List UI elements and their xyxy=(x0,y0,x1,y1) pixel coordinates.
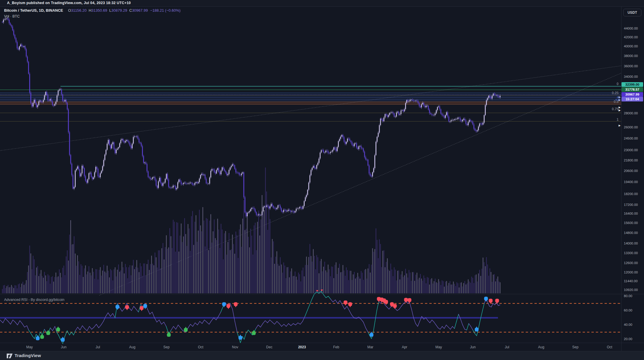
time-axis-month-label[interactable]: Dec xyxy=(266,345,272,349)
price-scale-label[interactable]: 28000.00 xyxy=(624,111,638,115)
rsi-line-segment xyxy=(342,305,345,309)
price-scale-label[interactable]: 44000.00 xyxy=(624,27,638,30)
time-axis-month-label[interactable]: Oct xyxy=(198,345,204,349)
rsi-signal-pin[interactable] xyxy=(475,328,479,332)
rsi-signal-pin[interactable] xyxy=(116,305,119,309)
candle-bodies-down[interactable] xyxy=(2,18,499,216)
price-scale-label[interactable]: 23000.00 xyxy=(624,148,638,152)
supply-zone-band[interactable] xyxy=(0,102,621,104)
price-scale-label[interactable]: 40000.00 xyxy=(624,44,638,48)
rsi-signal-pin[interactable] xyxy=(408,298,412,302)
price-scale-label[interactable]: 24500.00 xyxy=(624,137,638,140)
price-scale-label[interactable]: 10920.00 xyxy=(624,288,638,292)
time-axis-month-label[interactable]: Oct xyxy=(607,345,612,349)
indicator-title[interactable]: Advanced RSI - By discord.gg/bitcoin xyxy=(4,298,64,302)
time-axis-month-label[interactable]: May xyxy=(435,345,442,349)
rsi-signal-pin[interactable] xyxy=(239,336,242,340)
time-axis-month-label[interactable]: Feb xyxy=(333,345,339,349)
time-axis-month-label[interactable]: Aug xyxy=(538,345,544,349)
rsi-signal-pin[interactable] xyxy=(495,299,499,303)
rsi-signal-pin[interactable] xyxy=(384,300,388,304)
price-scale-label[interactable]: 16400.00 xyxy=(624,212,638,215)
rsi-signal-pin[interactable] xyxy=(484,297,488,301)
dotted-trendline[interactable] xyxy=(0,66,621,151)
rsi-signal-pin[interactable] xyxy=(61,338,65,342)
price-scale-divider[interactable] xyxy=(621,6,622,351)
rsi-signal-pin[interactable] xyxy=(252,331,256,335)
price-scale-label[interactable]: 12000.00 xyxy=(624,271,638,274)
rsi-signal-pin[interactable] xyxy=(348,302,352,306)
time-axis-month-label[interactable]: Sep xyxy=(572,345,578,349)
tradingview-brand[interactable]: TradingView xyxy=(15,353,41,358)
price-scale-label[interactable]: 36000.00 xyxy=(624,64,638,68)
rsi-signal-pin[interactable] xyxy=(56,328,60,332)
rsi-signal-pin[interactable] xyxy=(125,305,129,309)
rsi-line-segment xyxy=(461,319,463,325)
price-scale-label[interactable]: 19400.00 xyxy=(624,180,638,184)
time-axis-month-label[interactable]: Jul xyxy=(505,345,509,349)
symbol-legend[interactable]: Bitcoin / TetherUS, 1D, BINANCEO31156.20… xyxy=(4,8,180,13)
time-axis-month-label[interactable]: Nov xyxy=(232,345,238,349)
rsi-line-segment xyxy=(106,313,108,316)
price-scale-label[interactable]: 13300.00 xyxy=(624,251,638,255)
rsi-signal-pin[interactable] xyxy=(370,333,374,337)
rsi-signal-pin[interactable] xyxy=(234,302,238,306)
fib-retracement-label: 0.25 xyxy=(612,91,619,95)
price-scale-label[interactable]: 15600.00 xyxy=(624,221,638,225)
pane-divider[interactable] xyxy=(0,294,644,294)
rsi-signal-pin[interactable] xyxy=(222,302,226,306)
price-scale-label[interactable]: 18200.00 xyxy=(624,192,638,196)
rsi-scale-label[interactable]: 80.00 xyxy=(624,294,632,298)
rsi-signal-pin[interactable] xyxy=(489,299,493,303)
rsi-signal-pin[interactable] xyxy=(46,331,50,335)
rsi-line-segment xyxy=(291,323,293,325)
price-scale-label[interactable]: 14000.00 xyxy=(624,242,638,245)
price-marker-arrow-icon: ▶ xyxy=(619,109,621,112)
time-axis-month-label[interactable]: Apr xyxy=(402,345,407,349)
price-scale-label[interactable]: 20600.00 xyxy=(624,169,638,173)
rsi-line-segment xyxy=(178,325,180,328)
rsi-scale-label[interactable]: 40.00 xyxy=(624,323,632,326)
rsi-signal-pin[interactable] xyxy=(184,328,188,332)
price-scale-label[interactable]: 17200.00 xyxy=(624,203,638,206)
price-scale-label[interactable]: 42000.00 xyxy=(624,35,638,39)
time-axis-month-label[interactable]: Sep xyxy=(163,345,169,349)
rsi-signal-pin[interactable] xyxy=(167,333,171,337)
rsi-signal-pin[interactable] xyxy=(140,306,144,310)
rsi-signal-pin[interactable] xyxy=(227,304,230,308)
rsi-line-segment xyxy=(152,312,155,318)
price-scale-label[interactable]: 12600.00 xyxy=(624,261,638,265)
rsi-signal-pin[interactable] xyxy=(40,335,44,339)
tradingview-logo-icon[interactable] xyxy=(6,353,13,359)
symbol-title[interactable]: Bitcoin / TetherUS, 1D, BINANCE xyxy=(4,8,63,13)
rsi-line-segment xyxy=(300,321,303,324)
rsi-line-segment xyxy=(110,314,113,316)
price-scale-label[interactable]: 11440.00 xyxy=(624,279,638,283)
rsi-signal-pin[interactable] xyxy=(36,337,40,340)
time-axis-year-label[interactable]: 2023 xyxy=(298,345,306,349)
candle-bodies-up[interactable] xyxy=(3,18,500,216)
time-axis-month-label[interactable]: May xyxy=(26,345,33,349)
rsi-signal-pin[interactable] xyxy=(344,301,348,304)
rsi-line-segment xyxy=(256,325,258,328)
price-scale-label[interactable]: 38000.00 xyxy=(624,54,638,58)
rsi-signal-pin[interactable] xyxy=(393,304,397,308)
time-axis-month-label[interactable]: Aug xyxy=(129,345,135,349)
rsi-signal-pin[interactable] xyxy=(143,304,147,308)
time-axis-month-label[interactable]: Mar xyxy=(367,345,374,349)
chart-canvas[interactable] xyxy=(0,0,644,360)
time-axis-month-label[interactable]: Jun xyxy=(470,345,475,349)
currency-toggle-button[interactable]: USDT xyxy=(623,9,641,16)
time-axis-month-label[interactable]: Jul xyxy=(96,345,100,349)
price-scale-label[interactable]: 26000.00 xyxy=(624,125,638,129)
rsi-line-segment xyxy=(11,320,13,324)
rsi-line-segment xyxy=(200,321,202,323)
price-scale-label[interactable]: 21800.00 xyxy=(624,159,638,162)
price-scale-label[interactable]: 14800.00 xyxy=(624,231,638,235)
rsi-scale-label[interactable]: 20.00 xyxy=(624,337,632,341)
time-axis-month-label[interactable]: Jun xyxy=(61,345,66,349)
rsi-signal-pin[interactable] xyxy=(404,298,408,302)
volume-legend[interactable]: Vol · BTC xyxy=(4,14,20,18)
price-scale-label[interactable]: 34000.00 xyxy=(624,75,638,78)
rsi-scale-label[interactable]: 60.00 xyxy=(624,309,632,312)
